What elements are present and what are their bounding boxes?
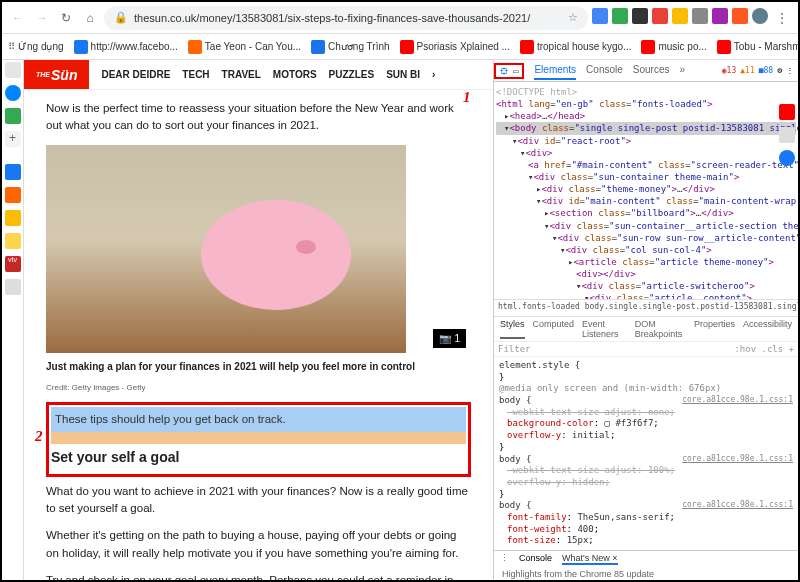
nav-item[interactable]: DEAR DEIDRE <box>101 69 170 80</box>
extension-icons: ⋮ <box>592 8 792 28</box>
devtools-toolbar: ⯐ ▭ Elements Console Sources » ◉13 ▲11 ■… <box>494 60 798 82</box>
avatar-icon[interactable] <box>752 8 768 24</box>
left-sidebar: + vtv <box>2 60 24 580</box>
ext-icon[interactable] <box>732 8 748 24</box>
chevron-right-icon[interactable]: › <box>432 69 435 80</box>
sidebar-icon[interactable] <box>5 233 21 249</box>
article-image: 📷 1 <box>46 145 471 353</box>
bookmark-item[interactable]: http://www.facebo... <box>74 40 178 54</box>
page-content: THE Sün DEAR DEIDRE TECH TRAVEL MOTORS P… <box>24 60 493 580</box>
paragraph: What do you want to achieve in 2021 with… <box>46 483 471 518</box>
sun-logo[interactable]: THE Sün <box>24 60 89 89</box>
sidebar-icon[interactable] <box>5 187 21 203</box>
margin-highlight <box>51 432 466 444</box>
address-bar[interactable]: 🔒 thesun.co.uk/money/13583081/six-steps-… <box>104 6 588 30</box>
heading-set-goal: Set your self a goal <box>51 447 466 468</box>
sidebar-icon[interactable] <box>779 150 795 166</box>
sidebar-icon[interactable] <box>5 279 21 295</box>
lead-paragraph: Now is the perfect time to reassess your… <box>46 100 471 135</box>
nav-item[interactable]: TRAVEL <box>222 69 261 80</box>
tab-sources[interactable]: Sources <box>633 61 670 80</box>
site-nav: DEAR DEIDRE TECH TRAVEL MOTORS PUZZLES S… <box>89 69 435 80</box>
sidebar-icon[interactable] <box>779 104 795 120</box>
sidebar-icon[interactable] <box>5 62 21 78</box>
nav-item[interactable]: MOTORS <box>273 69 317 80</box>
tab-elements[interactable]: Elements <box>534 61 576 80</box>
styles-filter[interactable]: Filter :hov .cls + <box>494 342 798 357</box>
devtools-panel: ⯐ ▭ Elements Console Sources » ◉13 ▲11 ■… <box>493 60 798 580</box>
browser-toolbar: ← → ↻ ⌂ 🔒 thesun.co.uk/money/13583081/si… <box>2 2 798 34</box>
sidebar-icon[interactable] <box>5 108 21 124</box>
ext-icon[interactable] <box>592 8 608 24</box>
paragraph: Try and check in on your goal every mont… <box>46 572 471 580</box>
image-caption: Just making a plan for your finances in … <box>46 359 471 374</box>
nav-item[interactable]: TECH <box>182 69 209 80</box>
article-body: Now is the perfect time to reassess your… <box>24 90 493 580</box>
bookmark-item[interactable]: Tobu - Marshmellow... <box>717 40 798 54</box>
ext-icon[interactable] <box>672 8 688 24</box>
devtools-tabs: Elements Console Sources » <box>524 61 685 80</box>
devtools-drawer: ⋮ Console What's New × Highlights from t… <box>494 550 798 580</box>
elements-tree[interactable]: <!DOCTYPE html> <html lang="en-gb" class… <box>494 82 798 299</box>
home-button[interactable]: ⌂ <box>80 8 100 28</box>
annotation-1: 1 <box>463 89 471 106</box>
menu-icon[interactable]: ⋮ <box>772 8 792 28</box>
camera-icon: 📷 <box>439 331 451 346</box>
styles-tab-a11y[interactable]: Accessibility <box>743 319 792 339</box>
nav-item[interactable]: SUN BI <box>386 69 420 80</box>
sidebar-icon[interactable] <box>5 85 21 101</box>
styles-tabs: Styles Computed Event Listeners DOM Brea… <box>494 317 798 342</box>
bookmark-item[interactable]: Psoriasis Xplained ... <box>400 40 510 54</box>
tab-console[interactable]: Console <box>586 61 623 80</box>
bookmark-item[interactable]: Chương Trình <box>311 40 389 54</box>
styles-tab-styles[interactable]: Styles <box>500 319 525 339</box>
annotation-2: 2 <box>35 428 43 445</box>
sidebar-icon[interactable] <box>779 127 795 143</box>
styles-tab-listeners[interactable]: Event Listeners <box>582 319 627 339</box>
image-credit: Credit: Getty Images - Getty <box>46 382 471 394</box>
apps-icon: ⠿ <box>8 41 15 52</box>
forward-button[interactable]: → <box>32 8 52 28</box>
reload-button[interactable]: ↻ <box>56 8 76 28</box>
ext-icon[interactable] <box>612 8 628 24</box>
add-icon[interactable]: + <box>5 131 21 147</box>
bookmark-item[interactable]: tropical house kygo... <box>520 40 632 54</box>
sidebar-icon[interactable] <box>5 164 21 180</box>
elements-breadcrumb[interactable]: html.fonts-loaded body.single.single-pos… <box>494 299 798 317</box>
ext-icon[interactable] <box>712 8 728 24</box>
sidebar-icon[interactable] <box>5 210 21 226</box>
star-icon[interactable]: ☆ <box>568 11 578 24</box>
styles-tab-dom[interactable]: DOM Breakpoints <box>635 319 686 339</box>
bookmarks-bar: ⠿ Ứng dụng http://www.facebo... Tae Yeon… <box>2 34 798 60</box>
highlighted-selection: These tips should help you get back on t… <box>46 402 471 477</box>
bookmark-item[interactable]: music po... <box>641 40 706 54</box>
url-text: thesun.co.uk/money/13583081/six-steps-to… <box>134 12 562 24</box>
right-edge-icons <box>779 104 795 166</box>
tab-more[interactable]: » <box>680 61 686 80</box>
back-button[interactable]: ← <box>8 8 28 28</box>
close-icon[interactable]: ⋮ <box>786 66 794 75</box>
drawer-tab-whatsnew[interactable]: What's New × <box>562 553 618 565</box>
nav-item[interactable]: PUZZLES <box>329 69 375 80</box>
ext-icon[interactable] <box>692 8 708 24</box>
site-header: THE Sün DEAR DEIDRE TECH TRAVEL MOTORS P… <box>24 60 493 90</box>
lock-icon: 🔒 <box>114 11 128 24</box>
styles-pane[interactable]: element.style { } @media only screen and… <box>494 357 798 550</box>
intro-text: These tips should help you get back on t… <box>51 407 466 432</box>
ext-icon[interactable] <box>632 8 648 24</box>
styles-tab-computed[interactable]: Computed <box>533 319 575 339</box>
inspect-highlighted: ⯐ ▭ <box>494 63 524 79</box>
apps-button[interactable]: ⠿ Ứng dụng <box>8 41 64 52</box>
bookmark-item[interactable]: Tae Yeon - Can You... <box>188 40 301 54</box>
gear-icon[interactable]: ⚙ <box>777 66 782 75</box>
sidebar-icon[interactable]: vtv <box>5 256 21 272</box>
device-icon[interactable]: ▭ <box>513 66 518 76</box>
devtools-badges[interactable]: ◉13 ▲11 ■88 ⚙ ⋮ <box>722 66 798 75</box>
styles-tab-props[interactable]: Properties <box>694 319 735 339</box>
inspect-icon[interactable]: ⯐ <box>500 66 509 76</box>
paragraph: Whether it's getting on the path to buyi… <box>46 527 471 562</box>
ext-icon[interactable] <box>652 8 668 24</box>
image-counter[interactable]: 📷 1 <box>433 329 466 348</box>
piggy-bank-image <box>46 145 406 353</box>
drawer-tab-console[interactable]: Console <box>519 553 552 565</box>
